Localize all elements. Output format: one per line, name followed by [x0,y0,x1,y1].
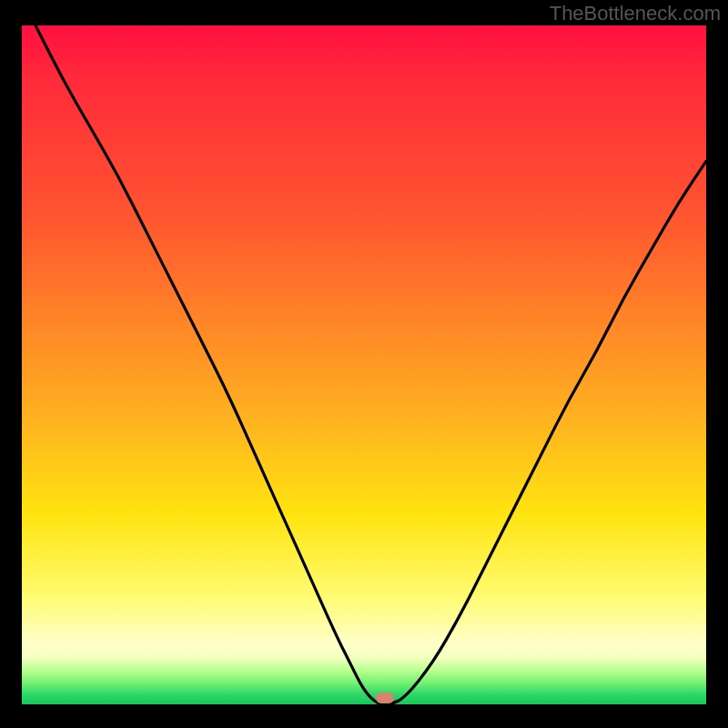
bottleneck-curve [22,25,706,704]
optimal-point-marker [376,693,394,703]
curve-path [35,25,706,704]
attribution-text: TheBottleneck.com [550,2,721,25]
chart-container: TheBottleneck.com [0,0,728,728]
plot-area [22,25,706,704]
